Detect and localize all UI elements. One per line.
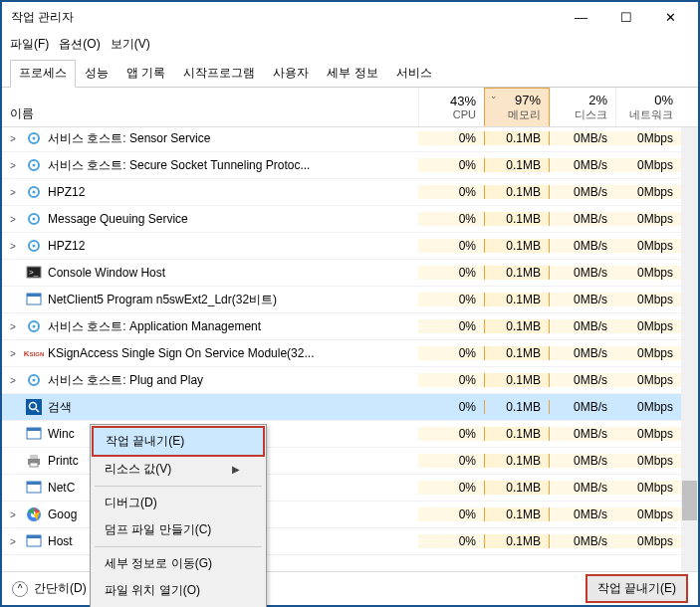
process-row[interactable]: >KSIGNKSignAccess Single Sign On Service… <box>2 340 698 367</box>
close-button[interactable]: ✕ <box>648 3 693 31</box>
sort-indicator-icon: ⌄ <box>490 91 498 101</box>
process-name: Console Window Host <box>48 266 165 280</box>
tab-app-history[interactable]: 앱 기록 <box>117 60 174 87</box>
menubar: 파일(F) 옵션(O) 보기(V) <box>2 32 698 56</box>
svg-point-1 <box>33 137 36 140</box>
chrome-icon <box>26 506 42 522</box>
cell-mem: 0.1MB <box>484 507 550 521</box>
gear-icon <box>26 184 42 200</box>
cell-net: 0Mbps <box>615 131 681 145</box>
menu-open-location[interactable]: 파일 위치 열기(O) <box>93 577 264 604</box>
process-name: 서비스 호스트: Secure Socket Tunneling Protoc.… <box>48 157 310 174</box>
collapse-icon[interactable]: ^ <box>12 581 28 597</box>
menu-view[interactable]: 보기(V) <box>111 36 150 53</box>
expand-icon[interactable]: > <box>6 133 20 144</box>
header-name[interactable]: 이름 <box>2 88 418 126</box>
process-row[interactable]: >서비스 호스트: Secure Socket Tunneling Protoc… <box>2 152 698 179</box>
header-memory[interactable]: ⌄ 97% 메모리 <box>484 88 550 126</box>
cell-mem: 0.1MB <box>484 481 550 495</box>
cell-mem: 0.1MB <box>484 534 550 548</box>
cell-net: 0Mbps <box>615 185 681 199</box>
end-task-button[interactable]: 작업 끝내기(E) <box>585 574 688 603</box>
svg-text:>_: >_ <box>29 268 39 277</box>
cell-disk: 0MB/s <box>550 212 615 226</box>
maximize-button[interactable]: ☐ <box>603 3 648 31</box>
cell-cpu: 0% <box>418 319 484 333</box>
expand-icon[interactable]: > <box>6 321 20 332</box>
expand-icon[interactable]: > <box>6 536 20 547</box>
gear-icon <box>26 318 42 334</box>
menu-options[interactable]: 옵션(O) <box>59 36 100 53</box>
cell-net: 0Mbps <box>615 454 681 468</box>
cell-net: 0Mbps <box>615 373 681 387</box>
cell-net: 0Mbps <box>615 266 681 280</box>
tab-services[interactable]: 서비스 <box>387 60 441 87</box>
menu-debug[interactable]: 디버그(D) <box>93 490 264 516</box>
process-row[interactable]: >>_Console Window Host0%0.1MB0MB/s0Mbps <box>2 260 698 287</box>
menu-file[interactable]: 파일(F) <box>10 36 49 53</box>
menu-goto-details[interactable]: 세부 정보로 이동(G) <box>93 550 264 577</box>
process-row[interactable]: >서비스 호스트: Sensor Service0%0.1MB0MB/s0Mbp… <box>2 127 698 152</box>
cell-disk: 0MB/s <box>550 427 615 441</box>
scrollbar-thumb[interactable] <box>682 481 697 520</box>
menu-end-task[interactable]: 작업 끝내기(E) <box>92 426 265 457</box>
cell-cpu: 0% <box>418 373 484 387</box>
expand-icon[interactable]: > <box>6 375 20 386</box>
process-row[interactable]: >서비스 호스트: Application Management0%0.1MB0… <box>2 313 698 340</box>
cell-net: 0Mbps <box>615 534 681 548</box>
gear-icon <box>26 130 42 146</box>
cell-net: 0Mbps <box>615 293 681 306</box>
app-icon <box>26 292 42 307</box>
menu-create-dump[interactable]: 덤프 파일 만들기(C) <box>93 516 264 543</box>
cell-disk: 0MB/s <box>550 481 615 495</box>
cell-net: 0Mbps <box>615 507 681 521</box>
expand-icon[interactable]: > <box>6 160 20 171</box>
cpu-label: CPU <box>453 108 476 120</box>
header-cpu[interactable]: 43% CPU <box>418 88 484 126</box>
cell-mem: 0.1MB <box>484 427 550 441</box>
cell-net: 0Mbps <box>615 158 681 172</box>
cell-net: 0Mbps <box>615 319 681 333</box>
cell-disk: 0MB/s <box>550 400 615 414</box>
process-row[interactable]: >HPZ120%0.1MB0MB/s0Mbps <box>2 179 698 206</box>
minimize-button[interactable]: — <box>559 3 603 31</box>
cpu-percent: 43% <box>450 94 476 108</box>
expand-icon[interactable]: > <box>6 509 20 520</box>
process-row[interactable]: >HPZ120%0.1MB0MB/s0Mbps <box>2 233 698 260</box>
svg-rect-25 <box>30 463 38 467</box>
tab-performance[interactable]: 성능 <box>76 60 117 87</box>
process-name: NetClient5 Program n5swExt2_Ldr(32비트) <box>48 292 277 308</box>
cell-mem: 0.1MB <box>484 293 550 306</box>
tabs: 프로세스 성능 앱 기록 시작프로그램 사용자 세부 정보 서비스 <box>2 60 698 88</box>
tab-users[interactable]: 사용자 <box>264 60 318 87</box>
cell-cpu: 0% <box>418 454 484 468</box>
process-row[interactable]: >NetClient5 Program n5swExt2_Ldr(32비트)0%… <box>2 287 698 313</box>
expand-icon[interactable]: > <box>6 241 20 252</box>
scrollbar-track[interactable] <box>681 127 698 571</box>
header-disk[interactable]: 2% 디스크 <box>550 88 615 126</box>
memory-percent: 97% <box>515 93 541 107</box>
tab-details[interactable]: 세부 정보 <box>318 60 386 87</box>
svg-point-3 <box>33 164 36 167</box>
cell-disk: 0MB/s <box>550 534 615 548</box>
process-name: 서비스 호스트: Plug and Play <box>48 372 203 389</box>
menu-resource-values[interactable]: 리소스 값(V)▶ <box>93 456 264 483</box>
gear-icon <box>26 372 42 388</box>
process-row[interactable]: >검색0%0.1MB0MB/s0Mbps <box>2 394 698 421</box>
process-name: Goog <box>48 507 77 521</box>
expand-icon[interactable]: > <box>6 214 20 225</box>
header-network[interactable]: 0% 네트워크 <box>615 88 681 126</box>
cell-disk: 0MB/s <box>550 293 615 306</box>
cell-disk: 0MB/s <box>550 373 615 387</box>
fewer-details-link[interactable]: 간단히(D) <box>34 580 87 597</box>
process-row[interactable]: >서비스 호스트: Plug and Play0%0.1MB0MB/s0Mbps <box>2 367 698 394</box>
cell-disk: 0MB/s <box>550 454 615 468</box>
expand-icon[interactable]: > <box>6 348 20 359</box>
window-title: 작업 관리자 <box>7 9 74 26</box>
tab-startup[interactable]: 시작프로그램 <box>174 60 264 87</box>
network-percent: 0% <box>654 93 673 107</box>
expand-icon[interactable]: > <box>6 187 20 198</box>
tab-processes[interactable]: 프로세스 <box>10 60 76 88</box>
gear-icon <box>26 211 42 227</box>
process-row[interactable]: >Message Queuing Service0%0.1MB0MB/s0Mbp… <box>2 206 698 233</box>
